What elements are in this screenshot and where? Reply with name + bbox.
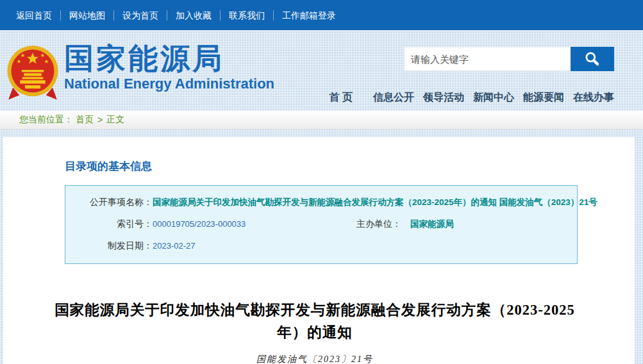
article-doc-number: 国能发油气〔2023〕21号 (39, 354, 590, 364)
main-nav: 首 页 信息公开 领导活动 新闻中心 能源要闻 在线办事 (321, 91, 614, 104)
site-brand: 国家能源局 National Energy Administration (64, 42, 274, 93)
nav-item-home[interactable]: 首 页 (330, 91, 353, 104)
info-label-date: 制发日期： (65, 240, 153, 252)
breadcrumb-prefix: 您当前位置： (19, 114, 73, 126)
site-header: 国家能源局 National Energy Administration 首 页… (0, 30, 643, 111)
nav-item-energy-highlights[interactable]: 能源要闻 (523, 91, 564, 104)
national-emblem-logo[interactable] (5, 44, 60, 103)
topbar-link-set-homepage[interactable]: 设为首页 (114, 10, 167, 21)
info-label-org: 主办单位： (335, 219, 401, 230)
top-utility-bar: 返回首页 网站地图 设为首页 加入收藏 联系我们 工作邮箱登录 (0, 0, 643, 30)
topbar-link-contact-us[interactable]: 联系我们 (221, 10, 274, 21)
article: 国家能源局关于印发加快油气勘探开发与新能源融合发展行动方案（2023-2025年… (39, 299, 590, 364)
breadcrumb-current: 正文 (106, 114, 124, 126)
search-input[interactable] (404, 47, 571, 71)
nav-item-leadership-activities[interactable]: 领导活动 (423, 91, 464, 104)
info-row-name: 公开事项名称： 国家能源局关于印发加快油气勘探开发与新能源融合发展行动方案（20… (65, 192, 577, 213)
search-button[interactable] (571, 47, 614, 71)
catalog-info-box: 公开事项名称： 国家能源局关于印发加快油气勘探开发与新能源融合发展行动方案（20… (65, 185, 578, 264)
section-title: 目录项的基本信息 (65, 159, 635, 174)
site-title: 国家能源局 (64, 42, 274, 75)
info-row-index-org: 索引号： 000019705/2023-000033 主办单位： 国家能源局 (65, 213, 577, 235)
info-value-date: 2023-02-27 (153, 241, 196, 251)
info-pair-index: 索引号： 000019705/2023-000033 (65, 219, 335, 230)
national-emblem-icon (5, 44, 60, 103)
info-row-date: 制发日期： 2023-02-27 (65, 235, 577, 257)
main-content: 目录项的基本信息 公开事项名称： 国家能源局关于印发加快油气勘探开发与新能源融合… (3, 137, 635, 364)
topbar-link-sitemap[interactable]: 网站地图 (61, 10, 114, 21)
info-value-index: 000019705/2023-000033 (153, 219, 246, 229)
search-bar (404, 47, 614, 71)
topbar-link-return-home[interactable]: 返回首页 (8, 10, 61, 21)
topbar-link-add-favorite[interactable]: 加入收藏 (167, 10, 221, 21)
nav-item-info-disclosure[interactable]: 信息公开 (373, 91, 414, 104)
breadcrumb-separator: > (97, 115, 103, 125)
info-label-index: 索引号： (65, 219, 153, 230)
breadcrumb: 您当前位置： 首页 > 正文 (0, 111, 643, 129)
info-value-org: 国家能源局 (410, 219, 454, 230)
info-pair-org: 主办单位： 国家能源局 (335, 219, 454, 230)
article-title: 国家能源局关于印发加快油气勘探开发与新能源融合发展行动方案（2023-2025年… (52, 299, 578, 343)
nav-item-news-center[interactable]: 新闻中心 (473, 91, 514, 104)
search-icon (584, 51, 601, 67)
info-value-name[interactable]: 国家能源局关于印发加快油气勘探开发与新能源融合发展行动方案（2023-2025年… (153, 197, 597, 208)
info-label-name: 公开事项名称： (65, 197, 153, 208)
nav-item-online-services[interactable]: 在线办事 (573, 91, 614, 104)
breadcrumb-home-link[interactable]: 首页 (76, 114, 94, 126)
site-title-english: National Energy Administration (64, 75, 274, 93)
topbar-link-work-mail-login[interactable]: 工作邮箱登录 (274, 10, 344, 21)
